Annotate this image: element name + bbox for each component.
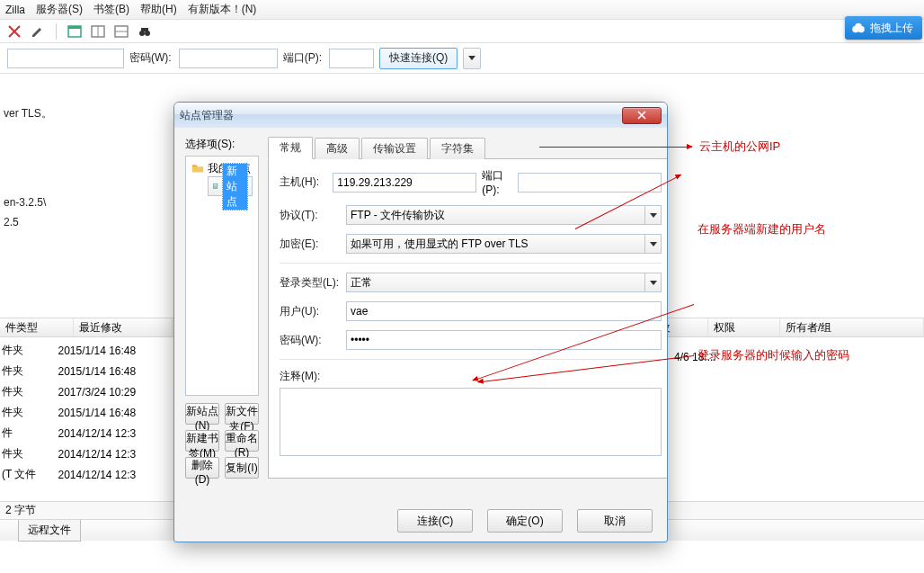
site-manager-dialog: 站点管理器 选择项(S): 我的站点 新站点 新站点(N) 新文件夹(F) 新建… [173,102,668,542]
host-label: 主机(H): [280,175,327,190]
user-field[interactable] [346,301,662,321]
dialog-right-column: 常规 高级 传输设置 字符集 主机(H): 端口(P): 协议(T): FTP … [268,137,668,479]
menu-help[interactable]: 帮助(H) [140,2,177,17]
ok-button[interactable]: 确定(O) [487,509,563,533]
tab-charset[interactable]: 字符集 [430,138,485,159]
host-field[interactable] [333,173,476,192]
tab-general[interactable]: 常规 [268,137,313,159]
cancel-button[interactable]: 取消 [577,509,653,533]
login-type-select[interactable]: 正常 [346,273,662,292]
site-tree[interactable]: 我的站点 新站点 [185,156,259,396]
protocol-value: FTP - 文件传输协议 [351,208,445,223]
new-bookmark-button[interactable]: 新建书签(M) [185,430,219,452]
quick-connect-button[interactable]: 快速连接(Q) [379,48,458,69]
divider [280,263,662,264]
svg-point-2 [855,23,862,31]
protocol-label: 协议(T): [280,208,341,223]
annotation-1: 云主机的公网IP [699,139,780,155]
col-type[interactable]: 件类型 [0,318,74,336]
file-table: 件夹2015/1/14 16:48 件夹2015/1/14 16:48 件夹20… [0,339,157,486]
chevron-down-icon [650,242,657,246]
tab-remote-files[interactable]: 远程文件 [18,520,81,542]
toolbar [0,20,924,43]
menu-new-version[interactable]: 有新版本！(N) [188,2,257,17]
close-button[interactable] [622,107,662,124]
quick-connect-bar: 密码(W): 端口(P): 快速连接(Q) [0,43,924,74]
host-input[interactable] [7,49,124,68]
pane-icon-2[interactable] [89,22,107,40]
bytes-text: 2 字节 [5,503,36,518]
table-row: 件夹2014/12/14 12:3 [2,444,155,463]
divider [280,359,662,360]
table-row: 件夹2015/1/14 16:48 [2,341,155,360]
comment-label: 注释(M): [280,369,341,384]
login-type-label: 登录类型(L): [280,275,341,291]
password-input[interactable] [179,49,278,68]
new-folder-button[interactable]: 新文件夹(F) [225,403,259,425]
edit-icon[interactable] [29,22,47,40]
port-input[interactable] [329,49,374,68]
menu-servers[interactable]: 服务器(S) [36,2,83,17]
dialog-left-column: 选择项(S): 我的站点 新站点 新站点(N) 新文件夹(F) 新建书签(M) … [185,137,259,479]
tab-advanced[interactable]: 高级 [315,138,360,159]
login-type-value: 正常 [351,275,372,291]
chevron-down-icon [650,213,657,218]
dialog-footer-buttons: 连接(C) 确定(O) 取消 [397,509,653,533]
select-label: 选择项(S): [185,137,259,152]
pane-icon-1[interactable] [66,22,84,40]
annotation-3: 登录服务器的时候输入的密码 [697,347,849,363]
folder-icon [191,162,204,175]
table-row: 件2014/12/14 12:3 [2,424,155,443]
separator [56,23,57,40]
delete-button[interactable]: 删除(D) [185,457,219,479]
chevron-down-icon [650,281,657,285]
rename-button[interactable]: 重命名(R) [225,430,259,452]
binoculars-icon[interactable] [136,22,154,40]
port-label: 端口(P): [283,50,322,66]
table-row: (T 文件2014/12/14 12:3 [2,465,155,484]
chevron-down-icon [468,56,475,60]
connect-button[interactable]: 连接(C) [397,509,473,533]
comment-textarea[interactable] [280,388,662,456]
log-text: ver TLS。 [4,106,52,121]
dialog-tabs: 常规 高级 传输设置 字符集 [268,137,668,158]
port-field[interactable] [518,173,662,192]
drag-upload-badge[interactable]: 拖拽上传 [845,16,922,40]
password-field[interactable] [346,330,662,350]
server-icon [212,180,218,192]
svg-rect-11 [141,28,148,31]
pane-icon-3[interactable] [112,22,130,40]
encryption-value: 如果可用，使用显式的 FTP over TLS [351,237,529,252]
new-site-button[interactable]: 新站点(N) [185,403,219,425]
col-modified[interactable]: 最近修改 [74,318,173,336]
password-label-dlg: 密码(W): [280,333,341,348]
annotation-2: 在服务器端新建的用户名 [697,221,826,237]
quick-connect-dropdown[interactable] [463,48,481,69]
cloud-icon [850,20,866,36]
svg-rect-12 [213,184,218,188]
table-row: 件夹2017/3/24 10:29 [2,382,155,401]
path-fragment-1: en-3.2.5\ [4,196,46,209]
copy-button[interactable]: 复制(I) [225,457,259,479]
tree-selected-site[interactable]: 新站点 [208,176,253,196]
svg-rect-4 [68,26,81,29]
col-perm[interactable]: 权限 [708,318,780,336]
password-label: 密码(W): [129,50,172,66]
menubar: Zilla 服务器(S) 书签(B) 帮助(H) 有新版本！(N) [0,0,924,20]
svg-rect-13 [214,184,217,185]
table-row: 件夹2015/1/14 16:48 [2,362,155,381]
col-owner[interactable]: 所有者/组 [780,318,924,336]
tab-panel-general: 主机(H): 端口(P): 协议(T): FTP - 文件传输协议 加密(E):… [268,158,668,479]
table-row: 件夹2015/1/14 16:48 [2,403,155,422]
encryption-select[interactable]: 如果可用，使用显式的 FTP over TLS [346,234,662,254]
tab-transfer[interactable]: 传输设置 [361,138,428,159]
close-icon [637,111,646,120]
drag-upload-label: 拖拽上传 [870,21,913,36]
dialog-title: 站点管理器 [180,108,234,123]
app-title-fragment: Zilla [5,4,25,16]
menu-bookmarks[interactable]: 书签(B) [93,2,129,17]
dialog-titlebar[interactable]: 站点管理器 [174,103,667,128]
disconnect-icon[interactable] [5,22,23,40]
annotation-arrow-1 [539,147,692,148]
port-label-dlg: 端口(P): [482,168,512,196]
